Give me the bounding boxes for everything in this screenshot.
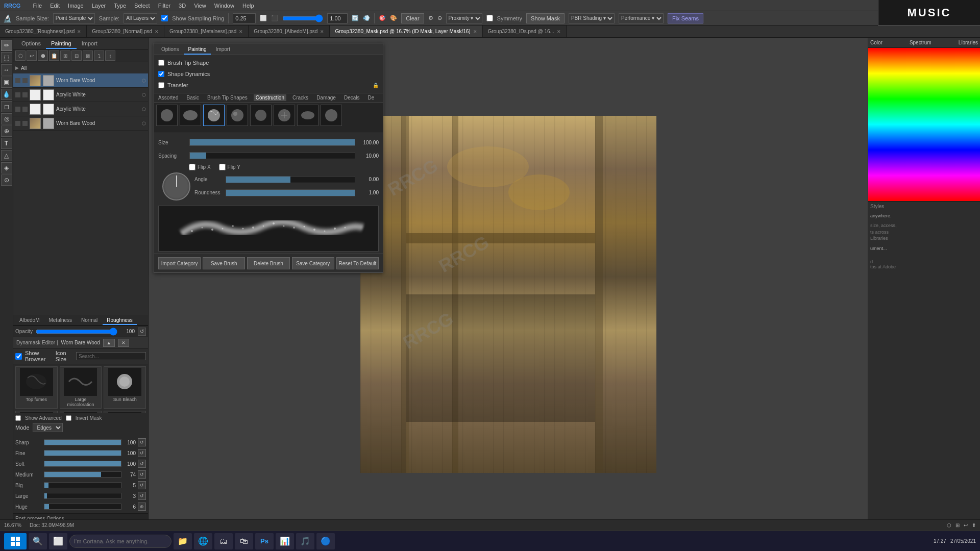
menu-item-file[interactable]: File — [33, 3, 42, 9]
tool-blur-btn[interactable]: ◎ — [1, 113, 12, 124]
brush-cell-0[interactable]: Top fumes — [15, 366, 58, 409]
tab-normal[interactable]: Group32380_[Normal].psd ✕ — [87, 26, 164, 37]
tab-albedom[interactable]: Group32380_[AlbedoM].psd ✕ — [249, 26, 330, 37]
menu-item-edit[interactable]: Edit — [50, 3, 60, 9]
tool-select-btn[interactable]: ⬚ — [1, 52, 12, 63]
sample-icon2[interactable]: 🎨 — [390, 15, 397, 21]
menu-item-view[interactable]: View — [194, 3, 206, 9]
brush-settings-icon[interactable]: ⚙ — [428, 15, 433, 21]
cat-decals[interactable]: Decals — [342, 94, 362, 101]
taskbar-chrome-icon[interactable]: 🔵 — [316, 533, 335, 549]
shape-dynamics-label[interactable]: Shape Dynamics — [167, 71, 210, 77]
layer-item-0[interactable]: Worn Bare Wood ⬡ — [13, 73, 148, 88]
opacity-input[interactable] — [327, 13, 348, 23]
tool-fill-btn[interactable]: ▣ — [1, 77, 12, 88]
opacity-icon[interactable]: ⬛ — [271, 15, 278, 21]
slider-big-reset[interactable]: ↺ — [138, 481, 146, 489]
bs-7[interactable] — [321, 105, 342, 126]
angle-slider[interactable] — [226, 176, 355, 183]
taskbar-search-icon[interactable]: 🔍 — [29, 533, 47, 549]
document-link[interactable]: ument... — [870, 246, 978, 251]
layer-visibility-2[interactable] — [15, 107, 20, 112]
flip-x-checkbox[interactable] — [189, 164, 195, 170]
slider-soft-reset[interactable]: ↺ — [138, 460, 146, 468]
layer-visibility-3[interactable] — [15, 121, 20, 126]
tab-import[interactable]: Import — [77, 39, 103, 49]
size-slider[interactable] — [189, 139, 355, 146]
layer-item-3[interactable]: Worn Bare Wood ⬡ — [13, 116, 148, 131]
cat-assorted[interactable]: Assorted — [156, 94, 180, 101]
tab-roughness[interactable]: Group32380_[Roughness].psd ✕ — [0, 26, 87, 37]
proximity-select[interactable]: Proximity ▾ — [446, 13, 482, 23]
taskbar-folder-icon[interactable]: 🗂 — [214, 533, 233, 549]
sidebar-tool-7[interactable]: ⊠ — [83, 51, 93, 61]
dynamask-expand-btn[interactable]: ▲ — [103, 339, 115, 347]
bp-tab-options[interactable]: Options — [157, 45, 183, 55]
show-sampling-checkbox[interactable] — [161, 15, 168, 21]
tab-options[interactable]: Options — [16, 39, 46, 49]
opacity-slider[interactable] — [282, 15, 323, 21]
layer-item-2[interactable]: Acrylic White ⬡ — [13, 102, 148, 116]
tool-transform-btn[interactable]: ↔ — [1, 64, 12, 76]
tool-zoom-btn[interactable]: ⊙ — [1, 174, 12, 186]
browser-search-input[interactable] — [76, 352, 146, 360]
clear-button[interactable]: Clear — [401, 13, 424, 23]
tab-roughness-layer[interactable]: Roughness — [103, 316, 137, 325]
sidebar-tool-3[interactable]: ⬢ — [38, 51, 48, 61]
pbr-shading-select[interactable]: PBR Shading ▾ — [569, 13, 615, 23]
dynamask-close-btn[interactable]: ✕ — [118, 339, 129, 347]
bs-1[interactable] — [180, 105, 201, 126]
mode-select[interactable]: Edges — [33, 423, 63, 432]
flip-y-label[interactable]: Flip Y — [219, 164, 240, 170]
taskbar-ps-icon[interactable]: Ps — [255, 533, 274, 549]
show-mask-button[interactable]: Show Mask — [526, 13, 565, 23]
size-input[interactable] — [233, 13, 256, 23]
dropper-tool-icon[interactable]: 🔬 — [3, 14, 12, 22]
invert-mask-checkbox[interactable] — [66, 415, 71, 421]
reset-to-default-btn[interactable]: Reset To Default — [336, 257, 379, 269]
angle-dial[interactable] — [162, 172, 190, 201]
show-advanced-label[interactable]: Show Advanced — [25, 415, 62, 421]
fix-seams-button[interactable]: Fix Seams — [668, 13, 703, 23]
tool-text-btn[interactable]: T — [1, 138, 12, 149]
transfer-label[interactable]: Transfer — [167, 82, 188, 88]
airbrush-icon[interactable]: 💨 — [363, 15, 370, 21]
slider-large-track[interactable] — [44, 493, 121, 499]
tab-close-metalness[interactable]: ✕ — [239, 29, 243, 34]
bs-2[interactable] — [203, 105, 225, 126]
slider-fine-track[interactable] — [44, 450, 121, 456]
tab-mask[interactable]: Group32380_Mask.psd @ 16.7% (ID Mask, La… — [330, 26, 482, 37]
menu-item-image[interactable]: Image — [68, 3, 84, 9]
sample-select2[interactable]: All Layers — [124, 13, 157, 23]
cat-damage[interactable]: Damage — [314, 94, 338, 101]
size-icon[interactable]: ⬜ — [260, 15, 267, 21]
taskbar-search-input[interactable] — [69, 535, 172, 548]
tab-close-albedom[interactable]: ✕ — [320, 29, 324, 34]
cat-construction[interactable]: Construction — [254, 94, 286, 101]
slider-huge-reset[interactable]: ⊕ — [138, 503, 146, 511]
menu-item-select[interactable]: Select — [134, 3, 150, 9]
sample-size-select[interactable]: Point Sample — [53, 13, 95, 23]
sidebar-tool-5[interactable]: ⊞ — [60, 51, 70, 61]
canvas-area[interactable]: RRCG RRCG RRCG Options Painting Import B… — [149, 38, 868, 551]
sidebar-tool-9[interactable]: ↕ — [105, 51, 115, 61]
tab-close-mask[interactable]: ✕ — [473, 29, 477, 34]
brush-tip-checkbox[interactable] — [158, 60, 164, 66]
status-icon-2[interactable]: ⊞ — [955, 522, 960, 528]
slider-medium-reset[interactable]: ↺ — [138, 470, 146, 479]
menu-item-help[interactable]: Help — [242, 3, 254, 9]
bs-4[interactable] — [250, 105, 272, 126]
slider-big-track[interactable] — [44, 482, 121, 488]
sidebar-tool-2[interactable]: ↩ — [27, 51, 37, 61]
save-brush-btn[interactable]: Save Brush — [203, 257, 245, 269]
mirror-icon[interactable]: ⊖ — [437, 15, 442, 21]
sidebar-tool-8[interactable]: ⤵ — [94, 51, 104, 61]
layer-item-1[interactable]: Acrylic White ⬡ — [13, 88, 148, 102]
show-browser-checkbox[interactable] — [15, 353, 22, 360]
taskbar-store-icon[interactable]: 🛍 — [235, 533, 253, 549]
tool-paint-btn[interactable]: ✏ — [1, 40, 12, 51]
layer-visibility-0[interactable] — [15, 78, 20, 83]
slider-large-reset[interactable]: ↺ — [138, 492, 146, 500]
tree-nav-row[interactable]: ▶ All — [13, 62, 148, 73]
layer-visibility-1[interactable] — [15, 92, 20, 97]
